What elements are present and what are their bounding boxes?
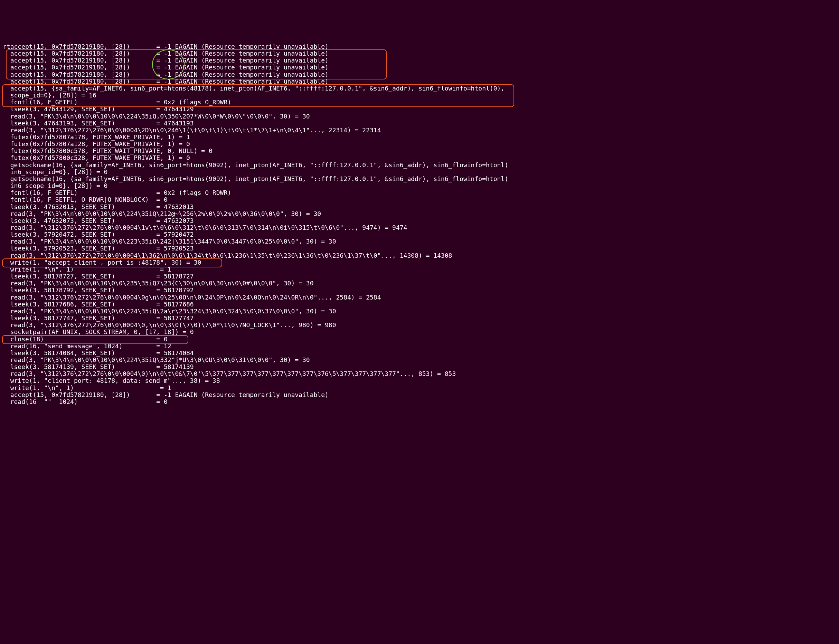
terminal-line: getsockname(16, {sa_family=AF_INET6, sin…: [3, 162, 836, 169]
terminal-line: read(3, "PK\3\4\n\0\0\0\10\0\0\223\35iQ\…: [3, 238, 836, 245]
terminal-line: lseek(3, 47643193, SEEK_SET) = 47643193: [3, 120, 836, 127]
terminal-line: accept(15, {sa_family=AF_INET6, sin6_por…: [3, 85, 836, 92]
terminal-line: futex(0x7fd57807a128, FUTEX_WAKE_PRIVATE…: [3, 141, 836, 148]
terminal-line: lseek(3, 58178792, SEEK_SET) = 58178792: [3, 287, 836, 294]
terminal-line: read(3, "PK\3\4\n\0\0\0\10\0\0\224\35iQ\…: [3, 356, 836, 363]
terminal-line: accept(15, 0x7fd578219180, [28]) = -1 EA…: [3, 50, 836, 57]
terminal-line: read(3, "\312\376\272\276\0\0\0004\0)\n\…: [3, 370, 836, 377]
terminal-line: lseek(3, 58178727, SEEK_SET) = 58178727: [3, 273, 836, 280]
terminal-line: read(3, "PK\3\4\n\0\0\0\10\0\0\224\35iQ,…: [3, 113, 836, 120]
terminal-line: rtaccept(15, 0x7fd578219180, [28]) = -1 …: [3, 43, 836, 50]
terminal-line: write(1, "\n", 1) = 1: [3, 384, 836, 391]
terminal-line: lseek(3, 58174139, SEEK_SET) = 58174139: [3, 363, 836, 370]
terminal-line: read(3, "\312\376\272\276\0\0\0004\0g\n\…: [3, 294, 836, 301]
terminal-line: accept(15, 0x7fd578219180, [28]) = -1 EA…: [3, 391, 836, 398]
terminal-line: write(1, "accept client , port is :48178…: [3, 259, 836, 266]
terminal-line: getsockname(16, {sa_family=AF_INET6, sin…: [3, 176, 836, 182]
terminal-line: read(3, "\312\376\272\276\0\0\0004\1\362…: [3, 252, 836, 259]
terminal-output: rtaccept(15, 0x7fd578219180, [28]) = -1 …: [0, 35, 839, 407]
terminal-line: close(18) = 0: [3, 336, 836, 343]
terminal-line: lseek(3, 58177686, SEEK_SET) = 58177686: [3, 301, 836, 308]
terminal-line: write(1, "client port: 48178, data: send…: [3, 377, 836, 384]
terminal-line: futex(0x7fd57800c528, FUTEX_WAKE_PRIVATE…: [3, 154, 836, 161]
terminal-line: in6_scope_id=0}, [28]) = 0: [3, 169, 836, 176]
terminal-line: read(16, "send message", 1024) = 12: [3, 343, 836, 350]
terminal-line: in6_scope_id=0}, [28]) = 0: [3, 182, 836, 189]
terminal-line: futex(0x7fd57800c578, FUTEX_WAIT_PRIVATE…: [3, 148, 836, 154]
terminal-line: accept(15, 0x7fd578219180, [28]) = -1 EA…: [3, 78, 836, 85]
terminal-line: lseek(3, 47632013, SEEK_SET) = 47632013: [3, 204, 836, 210]
terminal-line: read(3, "PK\3\4\n\0\0\0\10\0\0\235\35iQ7…: [3, 280, 836, 287]
terminal-line: read(16 "" 1024) = 0: [3, 398, 836, 405]
terminal-line: scope_id=0}, [28]) = 16: [3, 92, 836, 99]
terminal-line: accept(15, 0x7fd578219180, [28]) = -1 EA…: [3, 64, 836, 71]
terminal-line: futex(0x7fd57807a178, FUTEX_WAKE_PRIVATE…: [3, 134, 836, 141]
terminal-line: lseek(3, 57920472, SEEK_SET) = 57920472: [3, 231, 836, 238]
terminal-line: lseek(3, 58174084, SEEK_SET) = 58174084: [3, 350, 836, 356]
terminal-line: lseek(3, 58177747, SEEK_SET) = 58177747: [3, 315, 836, 322]
terminal-line: fcntl(16, F_SETFL, O_RDWR|O_NONBLOCK) = …: [3, 196, 836, 203]
terminal-line: read(3, "\312\376\272\276\0\0\0004\0,\n\…: [3, 322, 836, 329]
terminal-line: lseek(3, 47632073, SEEK_SET) = 47632073: [3, 217, 836, 224]
terminal-line: write(1, "\n", 1) = 1: [3, 266, 836, 273]
terminal-line: accept(15, 0x7fd578219180, [28]) = -1 EA…: [3, 57, 836, 64]
terminal-line: fcntl(16, F_GETFL) = 0x2 (flags O_RDWR): [3, 99, 836, 106]
terminal-line: socketpair(AF_UNIX, SOCK_STREAM, 0, [17,…: [3, 329, 836, 335]
terminal-line: accept(15, 0x7fd578219180, [28]) = -1 EA…: [3, 71, 836, 78]
terminal-line: read(3, "PK\3\4\n\0\0\0\10\0\0\224\35iQ\…: [3, 210, 836, 217]
terminal-line: lseek(3, 57920523, SEEK_SET) = 57920523: [3, 245, 836, 252]
terminal-line: lseek(3, 47643129, SEEK_SET) = 47643129: [3, 106, 836, 113]
terminal-line: read(3, "PK\3\4\n\0\0\0\10\0\0\224\35iQ\…: [3, 308, 836, 315]
terminal-line: read(3, "\312\376\272\276\0\0\0004\2D\n\…: [3, 127, 836, 134]
terminal-line: read(3, "\312\376\272\276\0\0\0004\1v\t\…: [3, 224, 836, 231]
terminal-line: fcntl(16, F_GETFL) = 0x2 (flags O_RDWR): [3, 189, 836, 196]
